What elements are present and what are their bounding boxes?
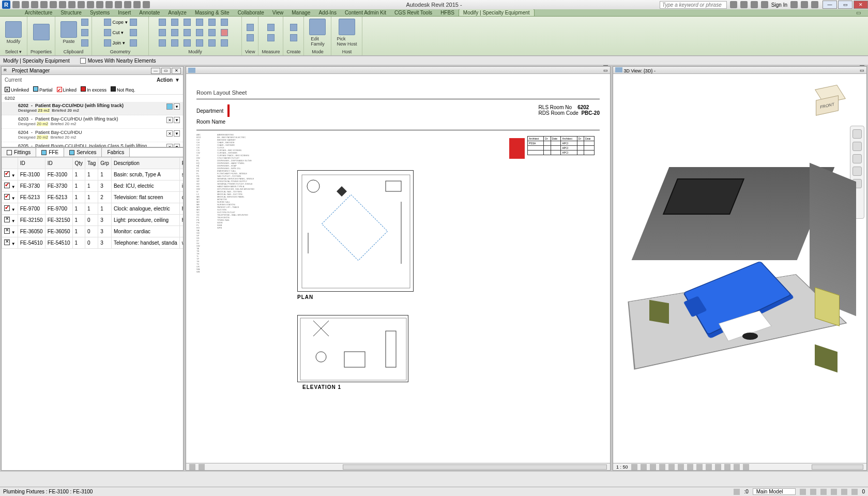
align-icon[interactable] (159, 19, 166, 26)
search-input[interactable] (660, 1, 727, 9)
row-dropdown-icon[interactable]: ▼ (11, 173, 16, 178)
pin-icon[interactable] (208, 29, 216, 36)
constraints-icon[interactable] (743, 464, 749, 470)
table-row[interactable]: ▼ FE-3730 FE-3730 1 1 3 Bed: ICU, electr… (2, 181, 184, 192)
room-dropdown-icon[interactable]: ▼ (174, 130, 180, 137)
close-hidden-icon[interactable] (124, 1, 131, 8)
tab-massing[interactable]: Massing & Site (191, 9, 234, 16)
cut-button[interactable] (81, 18, 88, 27)
pick-new-host-button[interactable]: Pick New Host (334, 18, 359, 48)
view-a-button[interactable] (247, 23, 254, 32)
favorite-icon[interactable] (751, 1, 758, 8)
section-icon[interactable] (105, 1, 113, 8)
row-dropdown-icon[interactable]: ▼ (11, 230, 16, 235)
room-dropdown-icon[interactable]: ▼ (174, 144, 180, 147)
window-close-icon[interactable]: ✕ (854, 1, 868, 9)
3d-tab-icon[interactable] (615, 67, 622, 72)
col-tag[interactable]: Tag (85, 158, 98, 169)
array-icon[interactable] (184, 29, 191, 36)
row-check-icon[interactable] (4, 217, 10, 222)
open-icon[interactable] (12, 1, 20, 8)
thin-lines-icon[interactable] (115, 1, 122, 8)
undo-icon[interactable] (31, 1, 38, 8)
col-qty[interactable]: Qty (72, 158, 85, 169)
table-row[interactable]: ▼ FE-36050 FE-36050 1 0 3 Monitor: cardi… (2, 226, 184, 237)
scale-icon[interactable] (196, 29, 203, 36)
col-id1[interactable]: ID (18, 158, 45, 169)
lock-3d-icon[interactable] (696, 464, 703, 470)
room-dropdown-icon[interactable]: ▼ (174, 117, 180, 123)
trim-icon[interactable] (159, 29, 166, 36)
delete-icon[interactable] (221, 29, 228, 36)
redo-icon[interactable] (40, 1, 48, 8)
col-id2[interactable]: ID (45, 158, 72, 169)
subscription-icon[interactable] (730, 1, 737, 8)
group-icon[interactable] (208, 39, 216, 47)
3d-restore-icon[interactable]: ▭ (860, 68, 864, 73)
room-dropdown-icon[interactable]: ▼ (174, 103, 180, 110)
shadows-icon[interactable] (659, 464, 665, 470)
row-check-icon[interactable] (4, 228, 10, 234)
tab-hfbs[interactable]: HFBS (436, 9, 459, 16)
tab-cgs[interactable]: CGS Revit Tools (390, 9, 436, 16)
help-icon[interactable] (811, 1, 818, 8)
row-dropdown-icon[interactable]: ▼ (11, 242, 16, 246)
tab-architecture[interactable]: Architecture (21, 9, 56, 16)
row-dropdown-icon[interactable]: ▼ (11, 196, 16, 201)
properties-button[interactable] (31, 23, 52, 42)
tab-insert[interactable]: Insert (114, 9, 135, 16)
pm-close-icon[interactable]: ✕ (172, 68, 181, 74)
table-row[interactable]: ▼ FE-32150 FE-32150 1 0 3 Light: procedu… (2, 215, 184, 226)
select-pinned-icon[interactable] (820, 489, 827, 495)
row-check-icon[interactable] (4, 239, 10, 245)
temp-hide-icon[interactable] (706, 464, 712, 470)
sheet-scrollbar[interactable] (343, 464, 607, 470)
col-check[interactable] (2, 158, 18, 169)
modify-button[interactable]: Modify (3, 20, 24, 45)
text-icon[interactable] (78, 1, 85, 8)
room-row[interactable]: 6204 - Patient Bay-CCU/HDU Designed 20 m… (2, 129, 183, 142)
room-row[interactable]: 6202 - Patient Bay-CCU/HDU (with lifting… (2, 102, 183, 115)
pm-action-dropdown[interactable]: Action▼ (157, 77, 180, 83)
pm-rooms[interactable]: 6202 - Patient Bay-CCU/HDU (with lifting… (2, 102, 183, 147)
default3d-icon[interactable] (96, 1, 103, 8)
select-face-icon[interactable] (831, 489, 837, 495)
switch-windows-icon[interactable] (133, 1, 141, 8)
table-row[interactable]: ▼ FE-3100 FE-3100 1 1 1 Basin: scrub, Ty… (2, 169, 184, 181)
table-row[interactable]: ▼ FE-9700 FE-9700 1 1 1 Clock: analogue,… (2, 203, 184, 215)
offset-icon[interactable] (171, 19, 178, 26)
geom-b-button[interactable] (130, 28, 137, 37)
room-status-icon[interactable]: ✕ (166, 130, 173, 137)
worksharing-icon[interactable] (724, 464, 730, 470)
room-row[interactable]: 6205 - Patient Room-CCU/HDU, Isolation C… (2, 142, 183, 147)
window-minimize-icon[interactable]: — (823, 1, 837, 9)
tab-fittings[interactable]: Fittings (2, 148, 36, 157)
edit-family-button[interactable]: Edit Family (307, 18, 328, 48)
create-b-button[interactable] (290, 33, 297, 42)
create-a-button[interactable] (290, 23, 297, 32)
reveal-icon[interactable] (715, 464, 721, 470)
row-dropdown-icon[interactable]: ▼ (11, 207, 16, 212)
ribbon-restore-icon[interactable]: ▭ (852, 9, 865, 16)
cut-geom-button[interactable]: Cut ▾ (104, 28, 128, 37)
room-row[interactable]: 6203 - Patient Bay-CCU/HDU (with lifting… (2, 115, 183, 129)
signin-dropdown-icon[interactable] (790, 1, 798, 8)
trim-ext-icon[interactable] (171, 39, 178, 47)
vc-icon[interactable] (199, 464, 205, 470)
row-dropdown-icon[interactable]: ▼ (11, 185, 16, 189)
main-model-dropdown[interactable]: Main Model (753, 488, 796, 495)
tab-structure[interactable]: Structure (56, 9, 86, 16)
copy-button[interactable] (81, 28, 88, 37)
sync-icon[interactable] (50, 1, 57, 8)
3d-scrollbar[interactable] (812, 464, 863, 470)
tab-collaborate[interactable]: Collaborate (234, 9, 268, 16)
revit-logo-icon[interactable]: R (2, 1, 10, 9)
user-icon[interactable] (761, 1, 768, 8)
mirror-pick-icon[interactable] (159, 39, 166, 47)
crop-region-icon[interactable] (687, 464, 693, 470)
tab-analyze[interactable]: Analyze (164, 9, 191, 16)
crop-icon[interactable] (678, 464, 684, 470)
workset-icon[interactable] (734, 489, 740, 495)
window-restore-icon[interactable]: ▭ (838, 1, 852, 9)
table-row[interactable]: ▼ FE-5213 FE-5213 1 1 2 Television: flat… (2, 192, 184, 203)
